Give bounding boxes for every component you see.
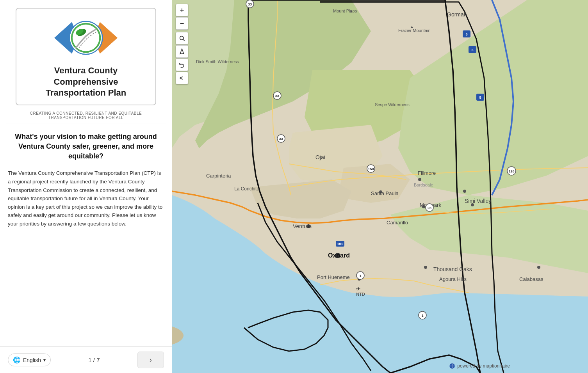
svg-point-13 (537, 266, 540, 269)
svg-text:Camarillo: Camarillo (387, 220, 408, 226)
svg-point-62 (180, 36, 184, 40)
logo-box: Ventura County Comprehensive Transportat… (16, 8, 156, 105)
svg-text:✈: ✈ (356, 286, 361, 292)
svg-point-11 (463, 190, 466, 193)
svg-point-12 (424, 266, 427, 269)
next-button[interactable]: › (137, 352, 164, 368)
sidebar-footer: 🌐 English ▾ 1 / 7 › (0, 346, 172, 373)
map-credit: powered by maptionnaire (449, 363, 510, 369)
svg-point-7 (418, 178, 421, 181)
svg-text:101: 101 (337, 242, 343, 246)
svg-text:NTD: NTD (356, 292, 365, 297)
svg-text:Santa Paula: Santa Paula (371, 190, 399, 196)
svg-text:Ventura: Ventura (293, 223, 312, 229)
map-controls: + − (176, 4, 188, 84)
powered-by-label: powered by maptionnaire (457, 363, 510, 369)
search-map-button[interactable] (176, 32, 188, 44)
svg-text:Frazier Mountain: Frazier Mountain (398, 28, 431, 33)
svg-text:Oxnard: Oxnard (328, 252, 350, 259)
svg-text:1: 1 (359, 274, 361, 278)
svg-text:33: 33 (275, 94, 279, 98)
svg-text:126: 126 (508, 169, 514, 173)
svg-text:Sespe Wilderness: Sespe Wilderness (375, 102, 410, 107)
svg-text:Ojai: Ojai (315, 154, 325, 160)
body-text: The Ventura County Comprehensive Transpo… (0, 165, 172, 236)
svg-text:5: 5 (471, 48, 473, 52)
svg-text:Carpinteria: Carpinteria (206, 173, 231, 179)
svg-text:Dick Smith Wilderness: Dick Smith Wilderness (196, 59, 239, 64)
svg-text:Mount Pinos: Mount Pinos (333, 9, 357, 13)
svg-text:5: 5 (479, 96, 481, 99)
svg-text:5: 5 (465, 32, 467, 36)
svg-text:Bardsdale: Bardsdale (414, 183, 433, 187)
undo-button[interactable] (176, 59, 188, 71)
page-indicator: 1 / 7 (88, 357, 100, 363)
sidebar-panel: Ventura County Comprehensive Transportat… (0, 0, 172, 373)
svg-text:Port Hueneme: Port Hueneme (317, 274, 350, 280)
location-button[interactable] (176, 45, 188, 58)
sidebar-subtitle: CREATING A CONNECTED, RESILIENT AND EQUI… (0, 109, 172, 124)
collapse-button[interactable] (176, 72, 188, 84)
logo-title: Ventura County Comprehensive Transportat… (24, 65, 148, 99)
chevron-down-icon: ▾ (43, 357, 46, 363)
svg-text:La Conchita: La Conchita (234, 186, 259, 192)
svg-text:33: 33 (279, 137, 283, 141)
svg-text:150: 150 (368, 167, 374, 171)
logo-area: Ventura County Comprehensive Transportat… (0, 0, 172, 109)
svg-text:23: 23 (428, 206, 431, 210)
next-arrow: › (150, 356, 152, 364)
language-selector[interactable]: 🌐 English ▾ (8, 353, 51, 366)
place-gorman: Gorman (447, 11, 467, 18)
ctp-logo (51, 14, 121, 61)
svg-text:Fillmore: Fillmore (418, 170, 436, 176)
svg-line-63 (183, 39, 185, 41)
svg-text:33: 33 (248, 2, 252, 6)
svg-text:Simi Valley: Simi Valley (465, 198, 491, 204)
language-label: English (23, 357, 41, 363)
main-question: What's your vision to make getting aroun… (0, 124, 172, 165)
svg-text:Thousand Oaks: Thousand Oaks (433, 266, 472, 272)
zoom-out-button[interactable]: − (176, 17, 188, 30)
globe-icon: 🌐 (13, 356, 21, 364)
svg-text:Agoura Hills: Agoura Hills (439, 276, 467, 282)
svg-text:Calabasas: Calabasas (519, 276, 543, 282)
zoom-in-button[interactable]: + (176, 4, 188, 16)
svg-text:1: 1 (421, 314, 423, 318)
